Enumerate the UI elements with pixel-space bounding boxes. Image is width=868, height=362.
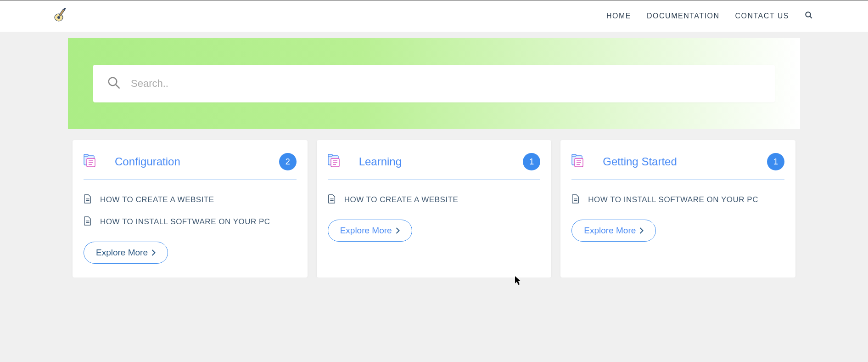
svg-point-4 bbox=[806, 12, 811, 17]
count-badge: 2 bbox=[279, 153, 297, 170]
card-title[interactable]: Getting Started bbox=[603, 155, 677, 168]
logo[interactable] bbox=[53, 8, 67, 24]
nav-documentation[interactable]: DOCUMENTATION bbox=[647, 12, 719, 20]
hero-search-section bbox=[68, 38, 800, 129]
svg-rect-27 bbox=[572, 154, 576, 156]
article-link[interactable]: HOW TO INSTALL SOFTWARE ON YOUR PC bbox=[571, 193, 784, 207]
file-icon bbox=[328, 194, 336, 204]
header: HOME DOCUMENTATION CONTACT US bbox=[0, 0, 868, 32]
count-badge: 1 bbox=[767, 153, 784, 170]
article-title: HOW TO CREATE A WEBSITE bbox=[344, 193, 459, 207]
card-learning: Learning 1 HOW TO CREATE A WEBSITE Explo… bbox=[317, 140, 552, 277]
svg-rect-19 bbox=[328, 154, 332, 156]
svg-rect-9 bbox=[84, 154, 88, 156]
article-title: HOW TO INSTALL SOFTWARE ON YOUR PC bbox=[588, 193, 758, 207]
svg-line-5 bbox=[810, 16, 812, 18]
button-label: Explore More bbox=[340, 226, 392, 236]
svg-point-1 bbox=[57, 16, 60, 19]
explore-more-button[interactable]: Explore More bbox=[84, 242, 168, 264]
search-input[interactable] bbox=[131, 78, 761, 90]
folder-file-icon bbox=[571, 154, 584, 170]
chevron-right-icon bbox=[396, 227, 400, 234]
folder-file-icon bbox=[84, 154, 96, 170]
file-icon bbox=[84, 216, 92, 226]
explore-more-button[interactable]: Explore More bbox=[571, 220, 656, 242]
article-link[interactable]: HOW TO CREATE A WEBSITE bbox=[328, 193, 541, 207]
explore-more-button[interactable]: Explore More bbox=[328, 220, 412, 242]
card-getting-started: Getting Started 1 HOW TO INSTALL SOFTWAR… bbox=[560, 140, 795, 277]
search-icon[interactable] bbox=[805, 11, 813, 21]
category-cards: Configuration 2 HOW TO CREATE A WEBSITE … bbox=[68, 140, 800, 277]
card-header: Configuration 2 bbox=[84, 153, 297, 180]
svg-point-6 bbox=[109, 78, 117, 86]
article-title: HOW TO CREATE A WEBSITE bbox=[100, 193, 214, 207]
card-header: Learning 1 bbox=[328, 153, 541, 180]
chevron-right-icon bbox=[151, 249, 156, 256]
search-box[interactable] bbox=[93, 65, 775, 102]
article-title: HOW TO INSTALL SOFTWARE ON YOUR PC bbox=[100, 215, 270, 229]
nav: HOME DOCUMENTATION CONTACT US bbox=[606, 11, 813, 21]
card-configuration: Configuration 2 HOW TO CREATE A WEBSITE … bbox=[73, 140, 308, 277]
folder-file-icon bbox=[328, 154, 341, 170]
nav-home[interactable]: HOME bbox=[606, 12, 631, 20]
card-title[interactable]: Learning bbox=[359, 155, 402, 168]
button-label: Explore More bbox=[96, 248, 148, 258]
svg-line-7 bbox=[116, 85, 120, 89]
button-label: Explore More bbox=[584, 226, 636, 236]
nav-contact[interactable]: CONTACT US bbox=[735, 12, 789, 20]
card-title[interactable]: Configuration bbox=[115, 155, 180, 168]
article-link[interactable]: HOW TO INSTALL SOFTWARE ON YOUR PC bbox=[84, 215, 297, 229]
article-link[interactable]: HOW TO CREATE A WEBSITE bbox=[84, 193, 297, 207]
guitar-icon bbox=[53, 8, 67, 23]
count-badge: 1 bbox=[523, 153, 540, 170]
card-header: Getting Started 1 bbox=[571, 153, 784, 180]
chevron-right-icon bbox=[639, 227, 644, 234]
search-icon bbox=[107, 76, 121, 91]
file-icon bbox=[84, 194, 92, 204]
file-icon bbox=[571, 194, 580, 204]
